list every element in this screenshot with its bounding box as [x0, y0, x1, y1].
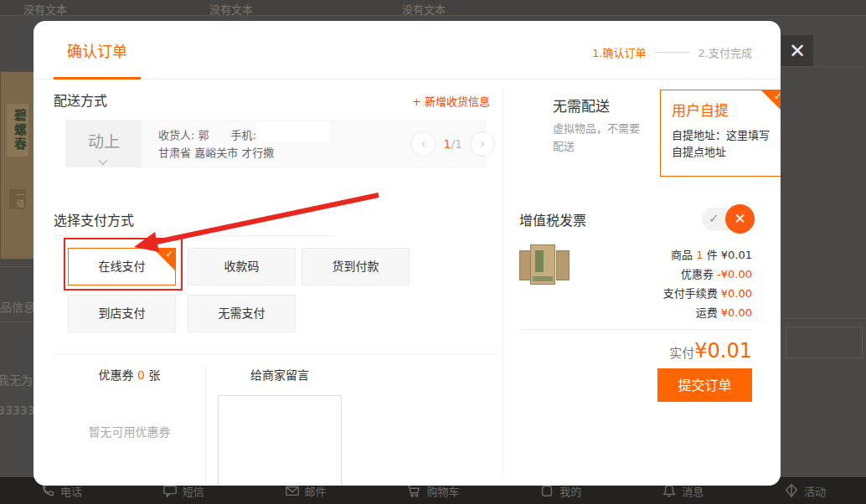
- summary-line-items: 商品 1 件 ¥0.01: [663, 245, 752, 265]
- background-product-image: 碧螺春 一级: [0, 71, 35, 260]
- delivery-method-label: 动上: [88, 132, 120, 151]
- total-amount: ¥0.01: [694, 339, 752, 363]
- payment-option-label: 收款码: [224, 260, 260, 273]
- phone-label: 手机:: [231, 129, 256, 141]
- merchant-message-input[interactable]: [218, 395, 342, 486]
- background-top-text: 没有文本: [402, 1, 446, 17]
- divider: [54, 235, 335, 236]
- summary-line-fee: 支付手续费 ¥0.00: [663, 284, 752, 303]
- shipping-none-title[interactable]: 无需配送: [553, 95, 610, 116]
- selected-check-icon: ✓: [761, 90, 781, 114]
- payment-option-qrcode[interactable]: 收款码: [188, 248, 296, 285]
- payment-heading: 选择支付方式: [54, 209, 134, 229]
- payment-option-online[interactable]: 在线支付 ✓: [68, 248, 176, 285]
- summary-line-coupon: 优惠券 -¥0.00: [663, 265, 752, 284]
- background-side-text: 品信息: [0, 298, 35, 315]
- package-right: [556, 250, 570, 280]
- divider: [54, 354, 498, 355]
- close-icon[interactable]: ✕: [781, 35, 813, 67]
- footer-item-activity: 活动: [784, 483, 826, 499]
- background-top-text: 没有文本: [209, 1, 253, 17]
- total-row: 实付¥0.01: [669, 339, 752, 363]
- coupon-heading: 优惠券 0 张: [54, 366, 205, 383]
- footer-label: 活动: [804, 483, 826, 499]
- divider: [0, 321, 34, 322]
- prev-page-button[interactable]: ‹: [410, 131, 436, 157]
- order-confirm-page: 没有文本 没有文本 没有文本 碧螺春 一级 品信息 我无为 33333333 电…: [0, 0, 866, 504]
- payment-option-cod[interactable]: 货到付款: [302, 248, 410, 285]
- address-text: 甘肃省 嘉峪关市 才行撒: [158, 144, 278, 162]
- payment-option-label: 货到付款: [332, 260, 379, 273]
- merchant-message-heading: 给商家留言: [218, 366, 342, 383]
- shipping-pickup-card[interactable]: 用户自提 自提地址：这里填写自提点地址 ✓: [660, 90, 781, 177]
- item-amount: ¥0.01: [721, 249, 752, 261]
- activity-icon: [784, 483, 799, 498]
- divider: [0, 266, 34, 267]
- chevron-down-icon: [98, 156, 107, 165]
- item-count: 1: [696, 249, 703, 261]
- shipping-amount: ¥0.00: [721, 306, 752, 319]
- payment-option-nopay[interactable]: 无需支付: [188, 295, 296, 332]
- total-pages: /1: [451, 137, 462, 151]
- coupon-count: 0: [137, 368, 145, 382]
- payment-option-label: 到店支付: [99, 306, 146, 320]
- package-center: [530, 244, 555, 285]
- left-column: 配送方式 + 新增收货信息 动上 收货人: 郭手机: 甘肃省 嘉峪关市 才行撒 …: [54, 21, 503, 486]
- invoice-heading: 增值税发票: [519, 209, 586, 229]
- delivery-method-tab[interactable]: 动上: [66, 121, 142, 167]
- page-indicator: 1/1: [443, 137, 462, 151]
- background-top-text: 没有文本: [23, 1, 67, 17]
- product-thumbnail: [519, 240, 573, 287]
- confirm-order-modal: 确认订单 1.确认订单 2.支付完成 配送方式 + 新增收货信息 动上 收货人:…: [34, 21, 781, 486]
- coupon-amount: -¥0.00: [717, 268, 752, 280]
- next-page-button[interactable]: ›: [470, 131, 495, 157]
- invoice-toggle[interactable]: ✓ ✕: [702, 208, 752, 231]
- product-grade-label: 一级: [9, 189, 26, 209]
- shipping-none-desc: 虚拟物品，不需要配送: [553, 120, 643, 155]
- payment-option-instore[interactable]: 到店支付: [68, 295, 176, 332]
- shipping-pickup-desc: 自提地址：这里填写自提点地址: [672, 127, 776, 161]
- background-side-text: 我无为: [0, 371, 33, 388]
- divider: [781, 66, 865, 67]
- right-column: 无需配送 虚拟物品，不需要配送 用户自提 自提地址：这里填写自提点地址 ✓ 增值…: [503, 21, 781, 486]
- submit-order-button[interactable]: 提交订单: [657, 368, 752, 402]
- cross-icon: ✕: [725, 204, 755, 234]
- payment-option-label: 在线支付: [99, 260, 146, 273]
- product-name-label: 碧螺春: [7, 104, 28, 157]
- background-box: [786, 327, 863, 358]
- total-label: 实付: [669, 346, 694, 361]
- coupon-empty-text: 暂无可用优惠券: [54, 423, 205, 440]
- receiver-name: 收货人: 郭: [158, 129, 209, 141]
- add-address-link[interactable]: + 新增收货信息: [412, 93, 490, 109]
- check-icon: ✓: [709, 211, 719, 226]
- divider: [205, 367, 206, 486]
- shipping-pickup-title: 用户自提: [672, 99, 729, 120]
- divider: [519, 329, 752, 330]
- divider: [781, 318, 866, 319]
- phone-privacy-patch: [256, 122, 330, 142]
- payment-option-label: 无需支付: [219, 306, 265, 320]
- summary-line-shipping: 运费 ¥0.00: [663, 303, 752, 322]
- order-summary: 商品 1 件 ¥0.01 优惠券 -¥0.00 支付手续费 ¥0.00 运费 ¥…: [663, 245, 752, 322]
- fee-amount: ¥0.00: [721, 287, 752, 300]
- delivery-heading: 配送方式: [54, 90, 107, 110]
- selected-check-icon: ✓: [153, 249, 175, 270]
- address-pager: ‹ 1/1 ›: [410, 131, 495, 157]
